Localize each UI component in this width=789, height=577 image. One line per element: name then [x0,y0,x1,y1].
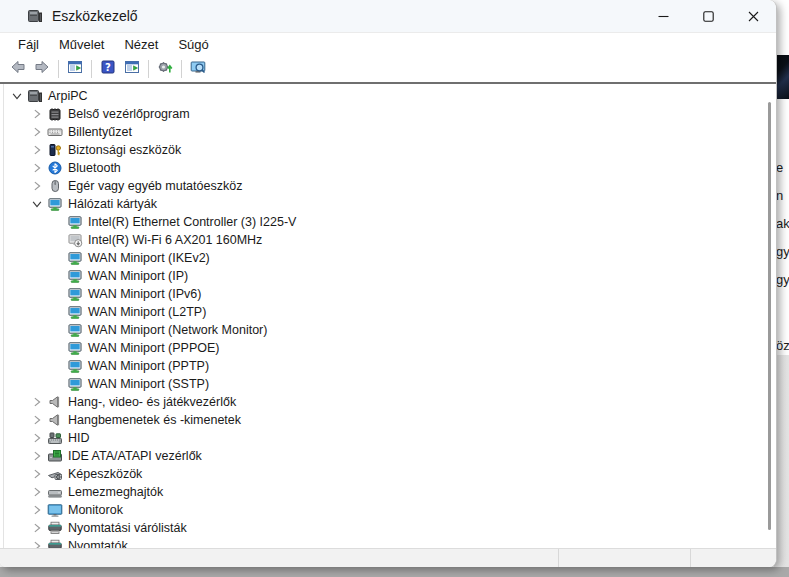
tree-item[interactable]: Biztonsági eszközök [4,141,776,159]
audio-device-icon [47,412,63,428]
back-button[interactable] [6,58,30,80]
status-bar-section [690,549,776,567]
tree-item[interactable]: WAN Miniport (IPv6) [4,285,776,303]
chevron-right-icon[interactable] [29,178,45,194]
tree-item[interactable]: Bluetooth [4,159,776,177]
tree-item[interactable]: WAN Miniport (IP) [4,267,776,285]
tree-item-label: WAN Miniport (IPv6) [88,287,201,301]
close-button[interactable] [731,0,776,32]
tree-item[interactable]: Hang-, video- és játékvezérlők [4,393,776,411]
tree-item[interactable]: Intel(R) Wi-Fi 6 AX201 160MHz [4,231,776,249]
chevron-down-icon[interactable] [9,88,25,104]
chevron-right-icon[interactable] [29,538,45,548]
network-adapter-icon [67,376,83,392]
help-icon: ? [100,59,116,79]
properties-button[interactable] [120,58,144,80]
tree-item[interactable]: WAN Miniport (L2TP) [4,303,776,321]
tree-item-label: ArpiPC [48,89,88,103]
tree-item[interactable]: IDE ATA/ATAPI vezérlők [4,447,776,465]
chevron-right-icon[interactable] [29,520,45,536]
tree-item[interactable]: HID [4,429,776,447]
chevron-right-icon[interactable] [29,502,45,518]
background-text-fragment: gy [776,244,789,259]
tree-item[interactable]: WAN Miniport (Network Monitor) [4,321,776,339]
tree-item[interactable]: WAN Miniport (IKEv2) [4,249,776,267]
computer-icon [27,8,43,24]
device-manager-window: Eszközkezelő FájlMűveletNézetSúgó ? Arpi… [0,0,777,567]
tree-item[interactable]: Billentyűzet [4,123,776,141]
network-adapter-disabled-icon [67,232,83,248]
background-text-fragment: gy [776,272,789,287]
window-title: Eszközkezelő [52,8,138,24]
tree-item-label: Képeszközök [68,467,142,481]
tree-item-label: Lemezmeghajtók [68,485,163,499]
help-button[interactable]: ? [96,58,120,80]
network-adapter-icon [67,358,83,374]
title-bar[interactable]: Eszközkezelő [0,0,776,33]
status-bar [0,548,776,567]
tree-item[interactable]: Intel(R) Ethernet Controller (3) I225-V [4,213,776,231]
tree-item-label: WAN Miniport (PPPOE) [88,341,220,355]
tree-item-label: WAN Miniport (L2TP) [88,305,206,319]
tree-item-label: WAN Miniport (IKEv2) [88,251,210,265]
tree-item-label: Intel(R) Ethernet Controller (3) I225-V [88,215,296,229]
ide-controller-icon [47,448,63,464]
tree-item[interactable]: WAN Miniport (SSTP) [4,375,776,393]
tree-item-label: Belső vezérlőprogram [68,107,190,121]
scrollbar[interactable] [768,102,771,530]
device-tree-panel: ArpiPCBelső vezérlőprogramBillentyűzetBi… [3,84,776,548]
maximize-button[interactable] [686,0,731,32]
device-tree: ArpiPCBelső vezérlőprogramBillentyűzetBi… [4,84,776,548]
toolbar-separator [58,60,59,78]
tree-item[interactable]: Monitorok [4,501,776,519]
chevron-right-icon[interactable] [29,142,45,158]
tree-item-label: WAN Miniport (Network Monitor) [88,323,267,337]
chevron-right-icon[interactable] [29,448,45,464]
background-text-fragment: ak [776,216,789,231]
toolbar-separator [148,60,149,78]
tree-item-label: Monitorok [68,503,123,517]
monitor-icon [47,502,63,518]
chevron-down-icon[interactable] [29,196,45,212]
tree-item[interactable]: Egér vagy egyéb mutatóeszköz [4,177,776,195]
chevron-right-icon[interactable] [29,160,45,176]
menu-fjl[interactable]: Fájl [8,35,49,54]
background-text-fragment: öz [776,338,789,353]
tree-item[interactable]: Hangbemenetek és -kimenetek [4,411,776,429]
chevron-right-icon[interactable] [29,124,45,140]
chevron-right-icon[interactable] [29,412,45,428]
chevron-right-icon[interactable] [29,484,45,500]
minimize-button[interactable] [641,0,686,32]
search-computer-button[interactable] [186,58,210,80]
bluetooth-icon [47,160,63,176]
tree-item[interactable]: Képeszközök [4,465,776,483]
tree-item-label: Intel(R) Wi-Fi 6 AX201 160MHz [88,233,262,247]
chevron-right-icon[interactable] [29,430,45,446]
scan-hardware-icon [157,59,173,79]
network-adapter-icon [67,214,83,230]
keyboard-icon [47,124,63,140]
scan-hardware-changes-button[interactable] [153,58,177,80]
mouse-icon [47,178,63,194]
forward-button[interactable] [30,58,54,80]
tree-item[interactable]: Nyomtatási várólisták [4,519,776,537]
chevron-right-icon[interactable] [29,466,45,482]
chevron-right-icon[interactable] [29,394,45,410]
menu-nzet[interactable]: Nézet [114,35,168,54]
menu-mvelet[interactable]: Művelet [49,35,115,54]
tree-item[interactable]: WAN Miniport (PPTP) [4,357,776,375]
tree-item[interactable]: Belső vezérlőprogram [4,105,776,123]
tree-item[interactable]: ArpiPC [4,87,776,105]
menu-sg[interactable]: Súgó [168,35,218,54]
security-device-icon [47,142,63,158]
tree-item[interactable]: Hálózati kártyák [4,195,776,213]
toolbar: ? [0,55,776,84]
show-console-tree-button[interactable] [63,58,87,80]
computer-icon [27,88,43,104]
tree-item-label: Egér vagy egyéb mutatóeszköz [68,179,242,193]
network-adapter-icon [67,340,83,356]
chevron-right-icon[interactable] [29,106,45,122]
tree-item[interactable]: Nyomtatók [4,537,776,548]
tree-item[interactable]: Lemezmeghajtók [4,483,776,501]
tree-item[interactable]: WAN Miniport (PPPOE) [4,339,776,357]
